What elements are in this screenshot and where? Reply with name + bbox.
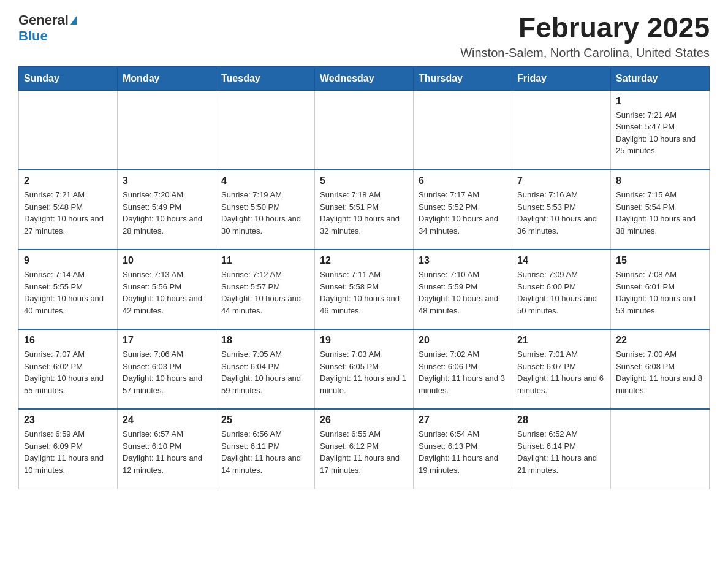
day-info: Sunrise: 6:52 AM Sunset: 6:14 PM Dayligh… — [517, 428, 605, 476]
title-area: February 2025 Winston-Salem, North Carol… — [460, 12, 710, 60]
calendar-cell: 17Sunrise: 7:06 AM Sunset: 6:03 PM Dayli… — [118, 329, 216, 409]
calendar-cell: 10Sunrise: 7:13 AM Sunset: 5:56 PM Dayli… — [118, 250, 216, 329]
day-info: Sunrise: 7:20 AM Sunset: 5:49 PM Dayligh… — [123, 189, 211, 237]
day-info: Sunrise: 7:11 AM Sunset: 5:58 PM Dayligh… — [320, 269, 408, 316]
day-info: Sunrise: 6:57 AM Sunset: 6:10 PM Dayligh… — [123, 428, 211, 476]
day-info: Sunrise: 7:05 AM Sunset: 6:04 PM Dayligh… — [221, 348, 309, 396]
day-info: Sunrise: 7:12 AM Sunset: 5:57 PM Dayligh… — [221, 269, 309, 316]
calendar-week-row: 23Sunrise: 6:59 AM Sunset: 6:09 PM Dayli… — [19, 409, 710, 489]
day-number: 18 — [221, 335, 309, 346]
day-info: Sunrise: 7:03 AM Sunset: 6:05 PM Dayligh… — [320, 348, 408, 396]
day-info: Sunrise: 6:55 AM Sunset: 6:12 PM Dayligh… — [320, 428, 408, 476]
day-info: Sunrise: 7:08 AM Sunset: 6:01 PM Dayligh… — [616, 269, 704, 316]
day-number: 25 — [221, 415, 309, 426]
day-info: Sunrise: 6:54 AM Sunset: 6:13 PM Dayligh… — [419, 428, 507, 476]
day-number: 27 — [419, 415, 507, 426]
day-number: 20 — [419, 335, 507, 346]
calendar-cell: 24Sunrise: 6:57 AM Sunset: 6:10 PM Dayli… — [118, 409, 216, 489]
calendar-cell — [216, 90, 315, 170]
day-info: Sunrise: 7:07 AM Sunset: 6:02 PM Dayligh… — [24, 348, 112, 396]
calendar-cell: 25Sunrise: 6:56 AM Sunset: 6:11 PM Dayli… — [216, 409, 315, 489]
logo-triangle-icon — [70, 16, 77, 25]
column-header-tuesday: Tuesday — [216, 66, 315, 90]
day-info: Sunrise: 6:56 AM Sunset: 6:11 PM Dayligh… — [221, 428, 309, 476]
day-number: 5 — [320, 175, 408, 186]
day-number: 11 — [221, 255, 309, 266]
calendar-cell: 20Sunrise: 7:02 AM Sunset: 6:06 PM Dayli… — [414, 329, 512, 409]
column-header-monday: Monday — [118, 66, 216, 90]
day-number: 24 — [123, 415, 211, 426]
day-info: Sunrise: 7:00 AM Sunset: 6:08 PM Dayligh… — [616, 348, 704, 396]
calendar-cell: 2Sunrise: 7:21 AM Sunset: 5:48 PM Daylig… — [19, 170, 118, 250]
calendar-cell: 18Sunrise: 7:05 AM Sunset: 6:04 PM Dayli… — [216, 329, 315, 409]
calendar-cell: 27Sunrise: 6:54 AM Sunset: 6:13 PM Dayli… — [414, 409, 512, 489]
calendar-week-row: 1Sunrise: 7:21 AM Sunset: 5:47 PM Daylig… — [19, 90, 710, 170]
day-number: 2 — [24, 175, 112, 186]
day-number: 26 — [320, 415, 408, 426]
day-info: Sunrise: 7:18 AM Sunset: 5:51 PM Dayligh… — [320, 189, 408, 237]
day-number: 4 — [221, 175, 309, 186]
day-number: 16 — [24, 335, 112, 346]
day-info: Sunrise: 7:14 AM Sunset: 5:55 PM Dayligh… — [24, 269, 112, 316]
day-info: Sunrise: 7:16 AM Sunset: 5:53 PM Dayligh… — [517, 189, 605, 237]
calendar-header-row: SundayMondayTuesdayWednesdayThursdayFrid… — [19, 66, 710, 90]
day-info: Sunrise: 7:19 AM Sunset: 5:50 PM Dayligh… — [221, 189, 309, 237]
day-number: 7 — [517, 175, 605, 186]
day-info: Sunrise: 7:17 AM Sunset: 5:52 PM Dayligh… — [419, 189, 507, 237]
calendar-cell: 22Sunrise: 7:00 AM Sunset: 6:08 PM Dayli… — [611, 329, 710, 409]
calendar-week-row: 16Sunrise: 7:07 AM Sunset: 6:02 PM Dayli… — [19, 329, 710, 409]
day-number: 22 — [616, 335, 704, 346]
day-number: 15 — [616, 255, 704, 266]
calendar-cell: 26Sunrise: 6:55 AM Sunset: 6:12 PM Dayli… — [315, 409, 414, 489]
day-number: 1 — [616, 96, 704, 107]
day-number: 17 — [123, 335, 211, 346]
column-header-friday: Friday — [512, 66, 611, 90]
day-number: 21 — [517, 335, 605, 346]
calendar-week-row: 2Sunrise: 7:21 AM Sunset: 5:48 PM Daylig… — [19, 170, 710, 250]
column-header-thursday: Thursday — [414, 66, 512, 90]
day-info: Sunrise: 7:06 AM Sunset: 6:03 PM Dayligh… — [123, 348, 211, 396]
column-header-saturday: Saturday — [611, 66, 710, 90]
calendar-cell: 11Sunrise: 7:12 AM Sunset: 5:57 PM Dayli… — [216, 250, 315, 329]
day-number: 6 — [419, 175, 507, 186]
day-info: Sunrise: 7:02 AM Sunset: 6:06 PM Dayligh… — [419, 348, 507, 396]
day-info: Sunrise: 7:10 AM Sunset: 5:59 PM Dayligh… — [419, 269, 507, 316]
calendar-cell: 15Sunrise: 7:08 AM Sunset: 6:01 PM Dayli… — [611, 250, 710, 329]
day-number: 8 — [616, 175, 704, 186]
calendar-cell — [315, 90, 414, 170]
column-header-wednesday: Wednesday — [315, 66, 414, 90]
location-subtitle: Winston-Salem, North Carolina, United St… — [460, 46, 710, 60]
day-info: Sunrise: 7:01 AM Sunset: 6:07 PM Dayligh… — [517, 348, 605, 396]
logo: General Blue — [18, 12, 77, 44]
calendar-cell: 4Sunrise: 7:19 AM Sunset: 5:50 PM Daylig… — [216, 170, 315, 250]
month-year-title: February 2025 — [460, 12, 710, 44]
calendar-cell: 13Sunrise: 7:10 AM Sunset: 5:59 PM Dayli… — [414, 250, 512, 329]
calendar-cell: 12Sunrise: 7:11 AM Sunset: 5:58 PM Dayli… — [315, 250, 414, 329]
calendar-cell: 7Sunrise: 7:16 AM Sunset: 5:53 PM Daylig… — [512, 170, 611, 250]
calendar-cell: 3Sunrise: 7:20 AM Sunset: 5:49 PM Daylig… — [118, 170, 216, 250]
calendar-cell: 23Sunrise: 6:59 AM Sunset: 6:09 PM Dayli… — [19, 409, 118, 489]
day-info: Sunrise: 6:59 AM Sunset: 6:09 PM Dayligh… — [24, 428, 112, 476]
calendar-cell: 14Sunrise: 7:09 AM Sunset: 6:00 PM Dayli… — [512, 250, 611, 329]
day-info: Sunrise: 7:21 AM Sunset: 5:47 PM Dayligh… — [616, 109, 704, 157]
calendar-cell: 6Sunrise: 7:17 AM Sunset: 5:52 PM Daylig… — [414, 170, 512, 250]
calendar-week-row: 9Sunrise: 7:14 AM Sunset: 5:55 PM Daylig… — [19, 250, 710, 329]
day-number: 12 — [320, 255, 408, 266]
calendar-cell: 19Sunrise: 7:03 AM Sunset: 6:05 PM Dayli… — [315, 329, 414, 409]
calendar-cell — [118, 90, 216, 170]
header: General Blue February 2025 Winston-Salem… — [18, 12, 710, 60]
calendar-cell — [414, 90, 512, 170]
calendar-cell: 9Sunrise: 7:14 AM Sunset: 5:55 PM Daylig… — [19, 250, 118, 329]
logo-blue-text: Blue — [18, 28, 48, 44]
calendar-cell — [611, 409, 710, 489]
day-info: Sunrise: 7:21 AM Sunset: 5:48 PM Dayligh… — [24, 189, 112, 237]
day-number: 23 — [24, 415, 112, 426]
day-info: Sunrise: 7:13 AM Sunset: 5:56 PM Dayligh… — [123, 269, 211, 316]
day-number: 9 — [24, 255, 112, 266]
day-info: Sunrise: 7:09 AM Sunset: 6:00 PM Dayligh… — [517, 269, 605, 316]
calendar-cell — [512, 90, 611, 170]
column-header-sunday: Sunday — [19, 66, 118, 90]
day-number: 10 — [123, 255, 211, 266]
calendar-cell: 8Sunrise: 7:15 AM Sunset: 5:54 PM Daylig… — [611, 170, 710, 250]
calendar-cell: 5Sunrise: 7:18 AM Sunset: 5:51 PM Daylig… — [315, 170, 414, 250]
